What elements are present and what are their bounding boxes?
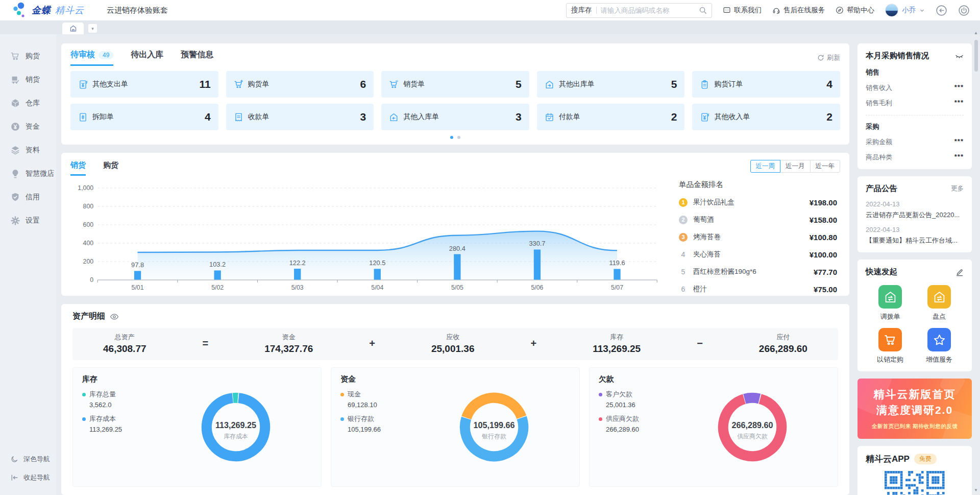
ranking-row[interactable]: 1果汁饮品礼盒¥198.00: [679, 198, 837, 207]
todo-card-label: 付款单: [559, 112, 580, 122]
todo-card[interactable]: 付款单2: [537, 104, 685, 130]
back-button[interactable]: [936, 5, 947, 16]
sidebar-item-cube[interactable]: 仓库: [0, 91, 56, 115]
todo-tab-2[interactable]: 预警信息: [181, 50, 213, 66]
legend-item: 库存总量3,562.0: [82, 390, 160, 409]
eye-hidden-icon[interactable]: [955, 52, 964, 60]
scroll-up-arrow[interactable]: ▲: [974, 31, 978, 36]
compass-icon: [836, 6, 844, 14]
announcement-link[interactable]: 【重要通知】精斗云工作台域...: [866, 236, 964, 245]
ranking-row[interactable]: 2葡萄酒¥158.00: [679, 215, 837, 224]
svg-text:330.7: 330.7: [529, 241, 545, 248]
user-menu[interactable]: 小乔: [885, 4, 925, 17]
svg-text:120.5: 120.5: [369, 260, 385, 267]
announcement-link[interactable]: 云进销存产品更新公告_20220...: [866, 210, 964, 220]
shield-icon: [10, 192, 20, 202]
top-link-label: 帮助中心: [847, 6, 874, 15]
quick-action-盘点[interactable]: 盘点: [915, 278, 964, 321]
todo-card[interactable]: 购货单6: [226, 71, 374, 98]
month-summary-title: 本月采购销售情况: [866, 51, 929, 61]
top-link-bubble[interactable]: 联系我们: [723, 6, 762, 15]
brand-name-light: 精斗云: [55, 4, 84, 16]
search-divider: [596, 7, 597, 14]
edit-pencil-icon[interactable]: [955, 268, 964, 276]
sidebar-item-layers[interactable]: 资料: [0, 138, 56, 162]
collapse-icon: [10, 474, 18, 482]
scrollbar-thumb[interactable]: [974, 40, 978, 72]
todo-card[interactable]: 其他出库单5: [537, 71, 685, 98]
todo-card-count: 11: [199, 78, 210, 90]
tab-list-dropdown[interactable]: ▾: [88, 24, 97, 33]
todo-card-label: 购货单: [248, 80, 270, 89]
ranking-row[interactable]: 6橙汁¥75.00: [679, 285, 837, 294]
rank-number: 5: [679, 268, 688, 276]
svg-text:266,289.60: 266,289.60: [731, 420, 773, 430]
main-sidebar: 购货销货仓库资金资料智慧微店信用设置 深色导航收起导航: [0, 34, 56, 495]
donut-legend-block: 欠款客户欠款25,001.36供应商欠款266,289.60: [599, 374, 676, 480]
top-link-compass[interactable]: 帮助中心: [836, 6, 874, 15]
todo-card[interactable]: 其他收入单2: [692, 104, 840, 130]
todo-card[interactable]: 收款单3: [226, 104, 374, 130]
announcements-more-link[interactable]: 更多: [951, 184, 964, 193]
home-tab[interactable]: [62, 22, 84, 34]
carousel-dot-1[interactable]: [450, 136, 453, 139]
todo-card[interactable]: 拆卸单4: [70, 104, 218, 130]
survey-banner[interactable]: 精斗云新版首页 满意度调研2.0 全新首页已到来 期待收到您的反馈: [857, 379, 972, 439]
carousel-dot-2[interactable]: [457, 136, 460, 139]
quick-action-label: 增值服务: [915, 355, 964, 364]
ranking-row[interactable]: 3烤海苔卷¥100.80: [679, 232, 837, 242]
todo-card-count: 5: [671, 78, 677, 90]
quick-action-以销定购[interactable]: 以销定购: [866, 321, 915, 364]
sidebar-footer-label: 收起导航: [23, 473, 50, 482]
search-scope-selector[interactable]: 搜库存: [571, 6, 592, 15]
inventory-search: 搜库存: [566, 3, 712, 18]
todo-card[interactable]: 其他支出单11: [70, 71, 218, 98]
legend-item: 现金69,128.10: [340, 390, 418, 409]
sidebar-item-gear[interactable]: 设置: [0, 209, 56, 232]
range-button-0[interactable]: 近一周: [750, 160, 781, 173]
summary-row-label: 商品种类: [866, 153, 892, 162]
search-icon[interactable]: [699, 6, 707, 14]
right-sidebar: 本月采购销售情况 销售销售收入***销售毛利***采购采购金额***商品种类**…: [857, 43, 972, 495]
doc-yen-icon: [78, 80, 88, 89]
todo-card[interactable]: 销货单5: [381, 71, 529, 98]
summary-row-value: ***: [954, 137, 964, 147]
sidebar-footer-moon[interactable]: 深色导航: [0, 450, 56, 468]
trend-tab-0[interactable]: 销货: [70, 160, 86, 176]
todo-card[interactable]: 购货订单4: [692, 71, 840, 98]
search-input[interactable]: [601, 7, 695, 14]
scroll-down-arrow[interactable]: ▼: [974, 488, 978, 493]
todo-tab-1[interactable]: 待出入库: [131, 50, 163, 66]
todo-card[interactable]: 其他入库单3: [381, 104, 529, 130]
quick-action-增值服务[interactable]: 增值服务: [915, 321, 964, 364]
range-button-2[interactable]: 近一年: [810, 160, 841, 173]
todo-tab-0[interactable]: 待审核49: [70, 50, 113, 66]
power-button[interactable]: [958, 5, 970, 16]
product-amount: ¥158.00: [810, 216, 837, 224]
svg-text:113,269.25: 113,269.25: [215, 420, 256, 430]
quick-action-调拨单[interactable]: 调拨单: [866, 278, 915, 321]
range-button-1[interactable]: 近一月: [780, 160, 811, 173]
top-right-actions: 搜库存 联系我们售后在线服务帮助中心 小乔: [566, 3, 970, 18]
refresh-button[interactable]: 刷新: [817, 53, 840, 62]
brand-logo[interactable]: 金蝶 精斗云: [12, 2, 84, 18]
trend-tab-1[interactable]: 购货: [103, 160, 118, 176]
medal-icon-rank-1: 1: [679, 198, 688, 207]
sidebar-item-shield[interactable]: 信用: [0, 185, 56, 209]
ranking-row[interactable]: 4夹心海苔¥100.00: [679, 250, 837, 259]
eye-visible-icon[interactable]: [110, 312, 119, 321]
sidebar-item-label: 购货: [26, 52, 40, 61]
ranking-row[interactable]: 5西红柿意粉酱190g*6¥77.70: [679, 267, 837, 276]
top-link-headset[interactable]: 售后在线服务: [772, 6, 825, 15]
formula-term: 资金174,327.76: [264, 333, 313, 355]
todo-panel: 待审核49待出入库预警信息刷新 其他支出单11购货单6销货单5其他出库单5购货订…: [61, 43, 849, 145]
content-area: 待审核49待出入库预警信息刷新 其他支出单11购货单6销货单5其他出库单5购货订…: [56, 34, 980, 495]
sidebar-item-bulb[interactable]: 智慧微店: [0, 162, 56, 185]
sidebar-item-truck[interactable]: 销货: [0, 68, 56, 91]
sidebar-item-yen[interactable]: 资金: [0, 115, 56, 138]
legend-value: 3,562.0: [89, 401, 160, 409]
top-bar: 金蝶 精斗云 云进销存体验账套 搜库存 联系我们售后在线服务帮助中心 小乔: [0, 0, 980, 20]
sidebar-item-cart[interactable]: 购货: [0, 44, 56, 68]
sidebar-footer-collapse[interactable]: 收起导航: [0, 468, 56, 487]
todo-card-count: 6: [360, 78, 366, 90]
